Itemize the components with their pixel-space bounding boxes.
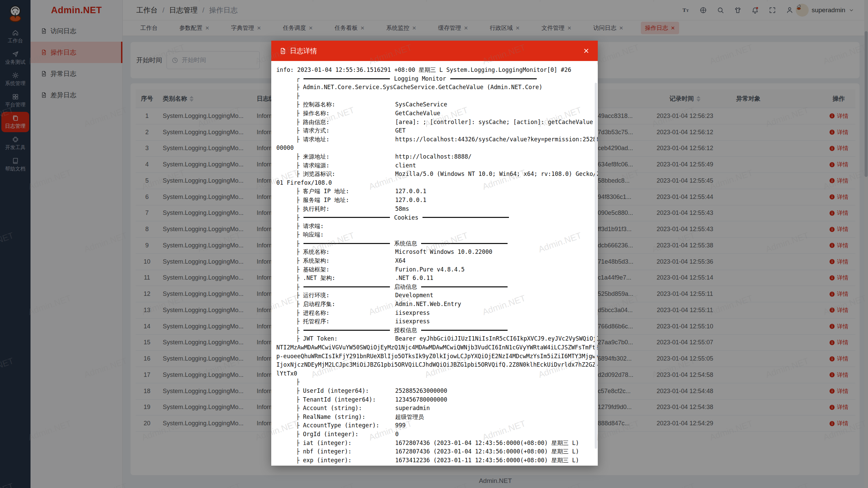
log-prefix: ├ [296,266,303,273]
log-separator-label: 系统信息 [394,240,417,247]
log-line: ├ 进程名称:iisexpress [276,309,589,318]
log-separator-label: 授权信息 [394,326,417,334]
log-separator: ├Cookies [276,213,589,222]
log-key: 浏览器标识: [303,170,395,179]
close-icon[interactable] [581,46,591,56]
log-prefix: ├ [296,396,303,403]
log-separator-label: Cookies [394,214,418,221]
log-value: iisexpress [395,309,430,316]
log-key: 请求端源: [303,161,395,170]
log-line: ├ 来源地址:http://localhost:8888/ [276,152,589,161]
log-line: ├ [276,378,589,387]
log-prefix: ├ [296,448,303,455]
log-key: 执行耗时: [303,205,395,214]
separator-rule [303,217,390,218]
separator-rule [303,78,390,79]
log-line: ├ 请求端源:client [276,161,589,170]
log-value: Admin.NET.Web.Entry [395,301,461,307]
log-line: ├ 请求地址:https://localhost:44326/sysCache/… [276,135,589,144]
log-line: ├ 客户端 IP 地址:127.0.0.1 [276,187,589,196]
log-prefix: ├ [296,170,303,177]
log-line: ├ .NET 架构:.NET 6.0.11 [276,274,589,283]
log-line: ├ exp (integer):1673412236 (2023-01-11 1… [276,456,589,465]
log-key: 控制器名称: [303,100,395,109]
log-separator-prefix: ┌ [296,75,299,82]
log-value: 1672807436 (2023-01-04 12:43:56:0000(+08… [395,440,579,446]
log-key: 启动程序集: [303,300,395,309]
log-line: info: 2023-01-04 12:55:36.1516291 +08:00… [276,66,589,75]
log-key: 服务端 IP 地址: [303,196,395,205]
log-prefix: ├ [296,457,303,464]
log-prefix: ├ [296,127,303,134]
log-separator-prefix: ├ [296,240,299,247]
log-value: https://localhost:44326/sysCache/value?k… [395,136,598,143]
log-line: ├ 启动程序集:Admin.NET.Web.Entry [276,300,589,309]
log-value: 127.0.0.1 [395,197,426,203]
separator-rule [422,217,509,218]
log-value: Microsoft Windows 10.0.22000 [395,248,492,255]
log-line: ├ 请求端: [276,222,589,231]
log-prefix: ├ [296,153,303,160]
log-key: nbf (integer): [303,447,395,456]
log-value: client [395,162,416,169]
log-separator-prefix: ├ [296,284,299,290]
log-key: 基础框架: [303,265,395,274]
log-key: 请求地址: [303,135,395,144]
log-prefix: ├ [296,431,303,438]
log-value: 252885263000000 [395,387,447,394]
log-line: ├ RealName (string):超级管理员 [276,413,589,422]
log-line: ├ 托管程序:iisexpress [276,317,589,326]
log-line: ├ 浏览器标识:Mozilla/5.0 (Windows NT 10.0; Wi… [276,170,589,179]
log-prefix: ├ [296,274,303,281]
log-key: exp (integer): [303,456,395,465]
log-value: http://localhost:8888/ [395,153,471,160]
log-detail-content[interactable]: info: 2023-01-04 12:55:36.1516291 +08:00… [271,61,598,466]
log-prefix: ├ [296,301,303,307]
log-separator: ├启动信息 [276,283,589,291]
log-key: 操作名称: [303,109,395,118]
log-prefix: ├ [296,188,303,195]
log-line: p-euoeeQhuWRmCIsIkFjY291bnRUeXBlIjo5OTks… [276,352,589,361]
log-key: JWT Token: [303,334,395,343]
log-prefix: ├ [296,318,303,325]
log-separator-label: Logging Monitor [394,75,446,82]
log-value: 1673412236 (2023-01-11 12:43:56:0000(+08… [395,457,579,464]
log-key: 系统架构: [303,257,395,265]
document-icon [279,47,287,55]
log-key: 请求方式: [303,126,395,135]
log-line: NTI2MzAwMDAwMCwiVGVuYW50SWQiOjEyMzQ1Njc4… [276,343,589,352]
separator-rule [421,286,508,287]
log-value: Furion.Pure v4.8.4.5 [395,266,465,273]
log-separator-prefix: ├ [296,327,299,334]
log-key: 托管程序: [303,317,395,326]
log-key: 来源地址: [303,152,395,161]
dialog-scrollbar[interactable] [595,83,597,466]
log-prefix: ├ [296,387,303,394]
log-prefix: ├ [296,309,303,316]
log-prefix: ├ [296,119,303,125]
log-line: ├ JWT Token:Bearer eyJhbGciOiJIUzI1NiIsI… [276,334,589,343]
log-prefix: ├ [296,248,303,255]
log-key: .NET 架构: [303,274,395,283]
log-line: ├ Account (string):superadmin [276,404,589,413]
log-prefix: ├ [296,335,303,342]
log-key: 客户端 IP 地址: [303,187,395,196]
log-prefix: ├ [296,257,303,264]
log-line: ├ 控制器名称:SysCacheService [276,100,589,109]
log-line: ├ 响应端: [276,230,589,239]
log-line: 00000 [276,144,589,152]
log-line: ├ Admin.NET.Core.Service.SysCacheService… [276,83,589,92]
log-separator-prefix: ├ [296,214,299,221]
log-separator: ┌Logging Monitor [276,75,589,83]
log-prefix: ├ [296,162,303,169]
log-prefix: ├ [296,413,303,420]
log-detail-dialog: 日志详情 info: 2023-01-04 12:55:36.1516291 +… [271,41,598,466]
log-line: 01 Firefox/108.0 [276,179,589,187]
log-key: Account (string): [303,404,395,413]
log-value: Bearer eyJhbGciOiJIUzI1NiIsInR5cCI6IkpXV… [395,335,598,342]
log-value: 127.0.0.1 [395,188,426,195]
log-line: ├ 系统名称:Microsoft Windows 10.0.22000 [276,248,589,257]
log-key: AccountType (integer): [303,421,395,430]
log-value: X64 [395,257,406,264]
log-line: ├ 路由信息:[area]: ; [controller]: sysCache;… [276,118,589,127]
